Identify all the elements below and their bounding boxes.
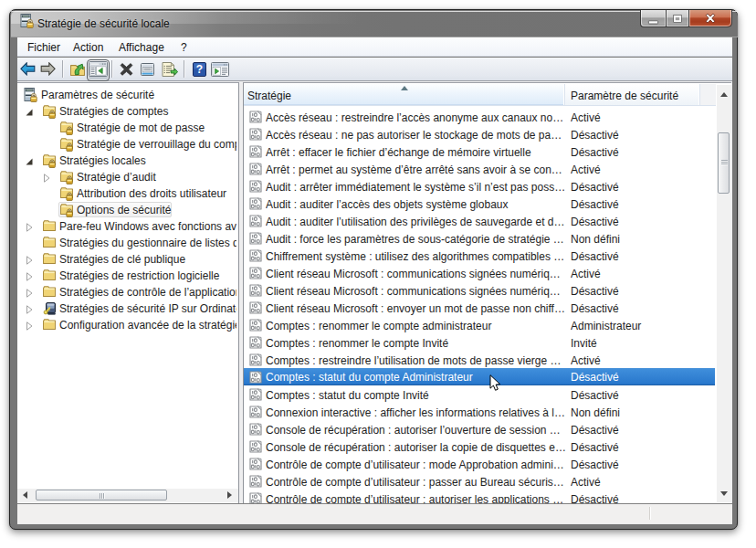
svg-text:?: ? <box>196 63 203 76</box>
